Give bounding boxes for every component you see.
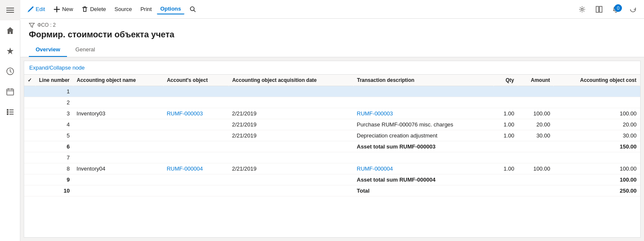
cell-line-number: 4: [36, 119, 73, 130]
hamburger-menu-button[interactable]: [0, 0, 20, 20]
print-button[interactable]: Print: [137, 4, 155, 14]
cell-accounts-object: [163, 119, 229, 130]
cell-acquisition-date: 2/21/2019: [229, 163, 353, 174]
cell-acquisition-date: [229, 152, 353, 163]
home-nav-item[interactable]: [0, 20, 20, 41]
cell-transaction-description[interactable]: RUMF-000003: [354, 108, 494, 119]
col-amount: Amount: [518, 75, 554, 86]
cell-accounting-object-name: [73, 86, 164, 97]
favorites-nav-item[interactable]: [0, 41, 20, 61]
cell-amount: [518, 174, 554, 185]
cell-accounting-object-cost: 250.00: [554, 185, 640, 196]
svg-rect-6: [7, 111, 8, 113]
cell-line-number: 2: [36, 97, 73, 108]
left-nav: [0, 0, 20, 241]
page-header: ФСО : 2 Формир. стоимости объекта учета …: [20, 19, 644, 57]
cell-qty: 1.00: [494, 163, 518, 174]
options-button[interactable]: Options: [157, 4, 184, 14]
col-acquisition-date: Accounting object acquisition date: [229, 75, 353, 86]
cell-line-number: 3: [36, 108, 73, 119]
cell-accounting-object-name: [73, 130, 164, 141]
table-row[interactable]: 10Total250.00: [24, 185, 640, 196]
page-title: Формир. стоимости объекта учета: [29, 30, 636, 39]
cell-qty: [494, 86, 518, 97]
cell-line-number: 1: [36, 86, 73, 97]
cell-line-number: 10: [36, 185, 73, 196]
toolbar: Edit New Delete Source Print Options: [20, 0, 644, 19]
cell-accounts-object[interactable]: RUMF-000003: [163, 108, 229, 119]
cell-line-number: 5: [36, 130, 73, 141]
cell-accounting-object-name: [73, 185, 164, 196]
notification-button[interactable]: 0: [608, 2, 624, 17]
col-qty: Qty: [494, 75, 518, 86]
cell-accounts-object: [163, 97, 229, 108]
cell-accounting-object-cost: [554, 86, 640, 97]
cell-check: [24, 130, 36, 141]
grid-area: Expand/Collapse node ✓ Line number Accou…: [24, 61, 641, 238]
cell-amount: [518, 141, 554, 152]
cell-transaction-description[interactable]: RUMF-000004: [354, 163, 494, 174]
search-button[interactable]: [186, 4, 200, 14]
cell-transaction-description: Depreciation creation adjustment: [354, 130, 494, 141]
svg-rect-4: [7, 89, 14, 95]
expand-collapse-link[interactable]: Expand/Collapse node: [29, 64, 85, 71]
table-row[interactable]: 52/21/2019Depreciation creation adjustme…: [24, 130, 640, 141]
cell-accounting-object-cost: 20.00: [554, 119, 640, 130]
cell-accounts-object[interactable]: RUMF-000004: [163, 163, 229, 174]
cell-check: [24, 108, 36, 119]
tab-overview[interactable]: Overview: [29, 43, 67, 57]
cell-transaction-description: Purchase RUMF-000076 misc. charges: [354, 119, 494, 130]
table-row[interactable]: 42/21/2019Purchase RUMF-000076 misc. cha…: [24, 119, 640, 130]
cell-acquisition-date: [229, 174, 353, 185]
cell-check: [24, 119, 36, 130]
filter-icon: [29, 22, 35, 28]
cell-accounting-object-cost: [554, 152, 640, 163]
cell-accounting-object-cost: [554, 97, 640, 108]
list-nav-item[interactable]: [0, 102, 20, 122]
cell-accounts-object: [163, 185, 229, 196]
cell-accounts-object: [163, 152, 229, 163]
cell-transaction-description: [354, 86, 494, 97]
cell-qty: [494, 97, 518, 108]
cell-transaction-description: Asset total sum RUMF-000003: [354, 141, 494, 152]
svg-rect-2: [6, 12, 14, 13]
refresh-button[interactable]: [625, 2, 641, 17]
table-row[interactable]: 9Asset total sum RUMF-000004100.00: [24, 174, 640, 185]
tab-general[interactable]: General: [69, 43, 102, 57]
table-row[interactable]: 8Inventory04RUMF-0000042/21/2019RUMF-000…: [24, 163, 640, 174]
breadcrumb: ФСО : 2: [29, 22, 636, 28]
col-transaction-description: Transaction description: [354, 75, 494, 86]
cell-check: [24, 86, 36, 97]
table-row[interactable]: 1: [24, 86, 640, 97]
table-row[interactable]: 7: [24, 152, 640, 163]
table-row[interactable]: 6Asset total sum RUMF-000003150.00: [24, 141, 640, 152]
cell-check: [24, 152, 36, 163]
svg-rect-8: [9, 109, 14, 110]
delete-button[interactable]: Delete: [78, 4, 109, 14]
cell-line-number: 6: [36, 141, 73, 152]
cell-accounts-object: [163, 174, 229, 185]
source-button[interactable]: Source: [111, 4, 135, 14]
cell-amount: 100.00: [518, 108, 554, 119]
col-accounting-object-cost: Accounting object cost: [554, 75, 640, 86]
cell-check: [24, 97, 36, 108]
cell-accounting-object-name: [73, 174, 164, 185]
edit-button[interactable]: Edit: [24, 4, 48, 14]
table-header-row: ✓ Line number Accounting object name Acc…: [24, 75, 640, 86]
cell-transaction-description: Asset total sum RUMF-000004: [354, 174, 494, 185]
calendar-nav-item[interactable]: [0, 81, 20, 102]
svg-point-12: [581, 8, 583, 10]
recent-nav-item[interactable]: [0, 61, 20, 81]
cell-accounting-object-cost: 150.00: [554, 141, 640, 152]
layout-button[interactable]: [591, 2, 607, 17]
new-button[interactable]: New: [50, 4, 76, 14]
settings-button[interactable]: [574, 2, 590, 17]
table-row[interactable]: 3Inventory03RUMF-0000032/21/2019RUMF-000…: [24, 108, 640, 119]
page-content: ФСО : 2 Формир. стоимости объекта учета …: [20, 19, 644, 241]
cell-transaction-description: Total: [354, 185, 494, 196]
cell-line-number: 9: [36, 174, 73, 185]
table-row[interactable]: 2: [24, 97, 640, 108]
cell-qty: [494, 174, 518, 185]
cell-accounting-object-name: Inventory04: [73, 163, 164, 174]
svg-rect-1: [6, 10, 14, 11]
